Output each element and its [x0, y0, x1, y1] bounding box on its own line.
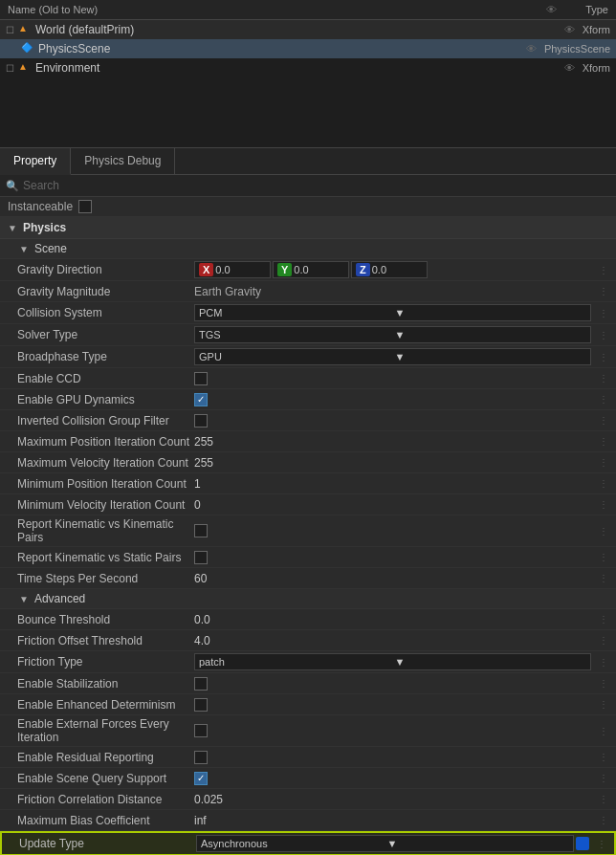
time-steps-label: Time Steps Per Second — [8, 572, 194, 585]
update-type-blue-indicator — [576, 837, 589, 850]
enable-scene-query-value: ✓ — [194, 772, 591, 785]
report-kinematic-kinematic-checkbox[interactable] — [194, 524, 208, 537]
inverted-collision-group-end: ⋮ — [591, 415, 608, 426]
enable-stabilization-checkbox[interactable] — [194, 677, 208, 691]
tree-row-world[interactable]: ☐ ▲ World (defaultPrim) 👁 Xform — [0, 20, 616, 39]
gravity-direction-label: Gravity Direction — [8, 263, 194, 276]
min-velocity-iteration-end: ⋮ — [591, 499, 608, 510]
world-checkbox[interactable]: ☐ — [6, 25, 14, 35]
min-position-iteration-value: 1 — [194, 477, 591, 491]
tree-row-environment[interactable]: ☐ ▲ Environment 👁 Xform — [0, 58, 616, 77]
enable-external-forces-value — [194, 724, 591, 737]
time-steps-end: ⋮ — [591, 573, 608, 583]
enable-external-forces-checkbox[interactable] — [194, 724, 208, 737]
enable-residual-reporting-checkbox[interactable] — [194, 751, 208, 764]
enable-gpu-dynamics-checkbox[interactable]: ✓ — [194, 393, 208, 406]
bounce-threshold-value: 0.0 — [194, 613, 591, 626]
broadphase-type-dropdown[interactable]: GPU ▼ — [194, 348, 591, 365]
instanceable-checkbox[interactable] — [78, 200, 92, 213]
update-type-value: Asynchronous ▼ — [196, 835, 589, 852]
physics-section-header[interactable]: ▼ Physics — [0, 217, 616, 239]
env-eye-icon[interactable]: 👁 — [564, 62, 575, 74]
tree-row-physics-scene[interactable]: 🔷 PhysicsScene 👁 PhysicsScene — [0, 39, 616, 58]
time-steps-value: 60 — [194, 572, 591, 585]
friction-offset-threshold-end: ⋮ — [591, 635, 608, 646]
tabs-bar: Property Physics Debug — [0, 148, 616, 175]
tab-physics-debug[interactable]: Physics Debug — [71, 148, 175, 174]
report-kinematic-kinematic-label: Report Kinematic vs Kinematic Pairs — [8, 517, 194, 544]
max-velocity-iteration-row: Maximum Velocity Iteration Count 255 ⋮ — [0, 452, 616, 473]
update-type-dropdown[interactable]: Asynchronous ▼ — [196, 835, 574, 852]
update-type-arrow-icon: ▼ — [387, 838, 570, 849]
physics-scene-eye-icon[interactable]: 👁 — [526, 43, 537, 55]
enable-ccd-checkbox[interactable] — [194, 372, 208, 385]
enable-scene-query-row: Enable Scene Query Support ✓ ⋮ — [0, 768, 616, 789]
friction-type-value: patch ▼ — [194, 653, 591, 670]
instanceable-row: Instanceable — [0, 197, 616, 217]
inverted-collision-group-checkbox[interactable] — [194, 414, 208, 428]
gravity-y-val: 0.0 — [294, 264, 308, 275]
friction-type-arrow-icon: ▼ — [395, 656, 587, 668]
gravity-z-field[interactable]: Z 0.0 — [351, 261, 428, 278]
gravity-y-field[interactable]: Y 0.0 — [273, 261, 349, 278]
scene-subsection-header[interactable]: ▼ Scene — [0, 239, 616, 259]
max-position-iteration-row: Maximum Position Iteration Count 255 ⋮ — [0, 431, 616, 452]
gravity-magnitude-end: ⋮ — [591, 286, 608, 296]
enable-gpu-dynamics-label: Enable GPU Dynamics — [8, 393, 194, 406]
search-icon: 🔍 — [6, 180, 19, 192]
solver-type-dropdown[interactable]: TGS ▼ — [194, 326, 591, 343]
report-kinematic-static-value — [194, 551, 591, 564]
enable-stabilization-end: ⋮ — [591, 678, 608, 689]
max-bias-coefficient-end: ⋮ — [591, 815, 608, 825]
enable-enhanced-determinism-value — [194, 698, 591, 712]
enable-scene-query-checkbox[interactable]: ✓ — [194, 772, 208, 785]
report-kinematic-kinematic-row: Report Kinematic vs Kinematic Pairs ⋮ — [0, 515, 616, 547]
friction-type-row: Friction Type patch ▼ ⋮ — [0, 651, 616, 673]
max-position-iteration-value: 255 — [194, 435, 591, 449]
broadphase-type-val: GPU — [199, 351, 391, 362]
bounce-threshold-label: Bounce Threshold — [8, 613, 194, 626]
tab-property[interactable]: Property — [0, 148, 71, 175]
env-checkbox[interactable]: ☐ — [6, 63, 14, 74]
enable-enhanced-determinism-end: ⋮ — [591, 699, 608, 710]
collision-system-row: Collision System PCM ▼ ⋮ — [0, 302, 616, 324]
enable-enhanced-determinism-checkbox[interactable] — [194, 698, 208, 712]
bounce-threshold-end: ⋮ — [591, 614, 608, 625]
enable-gpu-dynamics-row: Enable GPU Dynamics ✓ ⋮ — [0, 389, 616, 410]
search-bar: 🔍 — [0, 175, 616, 197]
collision-system-val: PCM — [199, 307, 391, 318]
physics-section-label: Physics — [23, 221, 66, 234]
physics-scene-type: PhysicsScene — [544, 43, 610, 55]
physics-scene-icon: 🔷 — [21, 42, 34, 55]
report-kinematic-static-checkbox[interactable] — [194, 551, 208, 564]
enable-enhanced-determinism-row: Enable Enhanced Determinism ⋮ — [0, 694, 616, 715]
gravity-direction-end: ⋮ — [591, 265, 608, 275]
update-type-row: Update Type Asynchronous ▼ ⋮ — [0, 831, 616, 855]
gravity-x-field[interactable]: X 0.0 — [194, 261, 271, 278]
friction-type-dropdown[interactable]: patch ▼ — [194, 653, 591, 670]
env-prim-icon: ▲ — [18, 61, 32, 75]
min-velocity-iteration-label: Minimum Velocity Iteration Count — [8, 498, 194, 512]
max-bias-coefficient-value: inf — [194, 814, 591, 827]
gravity-magnitude-row: Gravity Magnitude Earth Gravity ⋮ — [0, 281, 616, 302]
min-position-iteration-label: Minimum Position Iteration Count — [8, 477, 194, 491]
solver-type-label: Solver Type — [8, 328, 194, 341]
search-input[interactable] — [23, 179, 610, 192]
max-bias-coefficient-num: inf — [194, 814, 207, 827]
enable-gpu-dynamics-value: ✓ — [194, 393, 591, 406]
max-position-iteration-label: Maximum Position Iteration Count — [8, 435, 194, 449]
property-panel: Property Physics Debug 🔍 Instanceable ▼ … — [0, 148, 616, 855]
bounce-threshold-num: 0.0 — [194, 613, 210, 626]
solver-type-val: TGS — [199, 329, 391, 340]
friction-correlation-distance-end: ⋮ — [591, 794, 608, 804]
min-velocity-iteration-value: 0 — [194, 498, 591, 512]
advanced-subsection-header[interactable]: ▼ Advanced — [0, 589, 616, 609]
advanced-arrow-icon: ▼ — [19, 594, 29, 604]
world-eye-icon[interactable]: 👁 — [564, 24, 575, 35]
instanceable-label: Instanceable — [8, 200, 73, 213]
enable-stabilization-label: Enable Stabilization — [8, 677, 194, 691]
enable-external-forces-label: Enable External Forces Every Iteration — [8, 717, 194, 744]
report-kinematic-static-row: Report Kinematic vs Static Pairs ⋮ — [0, 547, 616, 568]
enable-residual-reporting-row: Enable Residual Reporting ⋮ — [0, 747, 616, 768]
collision-system-dropdown[interactable]: PCM ▼ — [194, 304, 591, 321]
